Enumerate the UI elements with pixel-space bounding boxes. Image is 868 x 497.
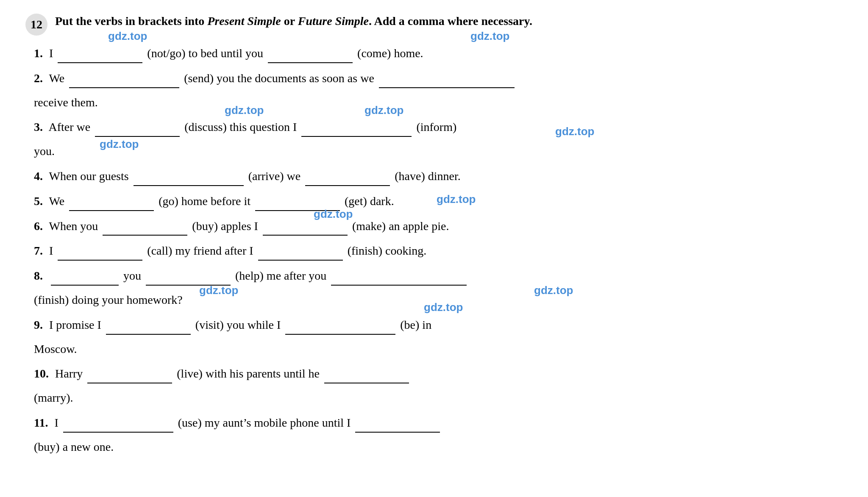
exercise-9-number: 9. [34, 318, 43, 331]
exercise-3: 3. After we (discuss) this question I (i… [34, 117, 843, 137]
exercise-11-blank-1[interactable] [63, 413, 173, 433]
exercise-10-continuation: (marry). [34, 389, 843, 408]
exercise-7-blank-1[interactable] [58, 241, 142, 261]
watermark-3: gdz.top [225, 104, 264, 117]
exercise-3-number: 3. [34, 120, 43, 133]
exercise-8-blank-1[interactable] [51, 266, 119, 286]
instruction-text-3: . Add a comma where necessary. [369, 14, 532, 28]
watermark-5: gdz.top [555, 125, 594, 138]
exercise-2-text-b: (send) you the documents as soon as we [184, 72, 374, 85]
exercise-4-blank-1[interactable] [134, 166, 244, 186]
exercise-1-text-b: (not/go) to bed until you [147, 47, 263, 60]
exercise-8-text-a: you [123, 269, 141, 282]
exercise-4-blank-2[interactable] [305, 166, 390, 186]
watermark-6: gdz.top [100, 138, 139, 151]
exercise-3-continuation: you. [34, 142, 843, 161]
exercise-10: 10. Harry (live) with his parents until … [34, 364, 843, 383]
exercise-5-text-a: We [49, 194, 65, 208]
watermark-10: gdz.top [534, 284, 573, 297]
exercise-6-number: 6. [34, 219, 43, 233]
exercise-8-blank-2[interactable] [146, 266, 231, 286]
instruction-italic-1: Present Simple [207, 14, 281, 28]
exercise-8-number: 8. [34, 269, 43, 282]
exercise-8-text-b: (help) me after you [235, 269, 326, 282]
exercise-7-text-b: (call) my friend after I [147, 244, 253, 257]
exercise-3-text-b: (discuss) this question I [184, 120, 297, 133]
task-number: 12 [25, 14, 47, 36]
exercise-3-blank-2[interactable] [301, 117, 412, 137]
exercise-2-text-a: We [49, 72, 65, 85]
exercise-1-text-c: (come) home. [357, 47, 423, 60]
exercise-11-blank-2[interactable] [355, 413, 440, 433]
exercise-6: 6. When you (buy) apples I (make) an app… [34, 216, 843, 236]
exercise-1-blank-1[interactable] [58, 43, 142, 63]
exercise-1-blank-2[interactable] [268, 43, 353, 63]
watermark-2: gdz.top [470, 30, 509, 43]
exercise-7-blank-2[interactable] [258, 241, 343, 261]
exercise-3-text-a: After we [48, 120, 90, 133]
exercise-5-text-c: (get) dark. [345, 194, 394, 208]
exercise-1-text-a: I [49, 47, 53, 60]
watermark-8: gdz.top [314, 208, 353, 221]
exercise-10-blank-2[interactable] [324, 364, 409, 383]
exercise-10-number: 10. [34, 367, 49, 380]
watermark-7: gdz.top [437, 193, 476, 206]
exercise-10-text-a: Harry [55, 367, 83, 380]
watermark-4: gdz.top [364, 104, 403, 117]
exercise-4-text-b: (arrive) we [248, 169, 301, 183]
exercise-9-text-a: I promise I [49, 318, 101, 331]
exercise-8: 8. you (help) me after you [34, 266, 843, 286]
watermark-1: gdz.top [108, 30, 147, 43]
watermark-9: gdz.top [199, 284, 238, 297]
exercise-9: 9. I promise I (visit) you while I (be) … [34, 315, 843, 335]
exercise-5-text-b: (go) home before it [159, 194, 250, 208]
exercise-4: 4. When our guests (arrive) we (have) di… [34, 166, 843, 186]
exercise-2-blank-1[interactable] [69, 68, 179, 88]
exercise-7-number: 7. [34, 244, 43, 257]
exercise-5-number: 5. [34, 194, 43, 208]
exercise-6-text-b: (buy) apples I [192, 219, 258, 233]
exercise-9-blank-2[interactable] [285, 315, 395, 335]
exercise-6-text-c: (make) an apple pie. [352, 219, 449, 233]
exercise-1: 1. I (not/go) to bed until you (come) ho… [34, 43, 843, 63]
exercise-9-continuation: Moscow. [34, 340, 843, 359]
exercise-3-blank-1[interactable] [95, 117, 180, 137]
task-header: 12 Put the verbs in brackets into Presen… [25, 13, 843, 36]
exercise-2: 2. We (send) you the documents as soon a… [34, 68, 843, 88]
exercise-1-number: 1. [34, 47, 43, 60]
exercise-7-text-a: I [49, 244, 53, 257]
exercise-2-continuation: receive them. [34, 93, 843, 112]
exercise-8-blank-3[interactable] [331, 266, 467, 286]
exercise-4-text-a: When our guests [49, 169, 129, 183]
exercise-4-number: 4. [34, 169, 43, 183]
exercise-7-text-c: (finish) cooking. [348, 244, 427, 257]
exercise-11: 11. I (use) my aunt’s mobile phone until… [34, 413, 843, 433]
exercise-4-text-c: (have) dinner. [395, 169, 461, 183]
watermark-11: gdz.top [424, 301, 463, 314]
instruction-text-1: Put the verbs in brackets into [55, 14, 207, 28]
exercise-10-text-b: (live) with his parents until he [177, 367, 320, 380]
exercise-11-text-b: (use) my aunt’s mobile phone until I [178, 416, 351, 429]
exercise-11-number: 11. [34, 416, 48, 429]
exercise-9-text-b: (visit) you while I [195, 318, 281, 331]
exercises-container: 1. I (not/go) to bed until you (come) ho… [34, 43, 843, 457]
instruction-text-2: or [281, 14, 298, 28]
exercise-3-text-c: (inform) [416, 120, 456, 133]
exercise-5-blank-1[interactable] [69, 191, 154, 211]
exercise-6-text-a: When you [49, 219, 98, 233]
exercise-2-number: 2. [34, 72, 43, 85]
exercise-9-blank-1[interactable] [106, 315, 191, 335]
exercise-9-text-c: (be) in [400, 318, 431, 331]
exercise-11-continuation: (buy) a new one. [34, 438, 843, 457]
exercise-10-blank-1[interactable] [87, 364, 172, 383]
task-instruction: Put the verbs in brackets into Present S… [55, 13, 843, 29]
exercise-7: 7. I (call) my friend after I (finish) c… [34, 241, 843, 261]
exercise-6-blank-1[interactable] [103, 216, 187, 236]
instruction-italic-2: Future Simple [298, 14, 369, 28]
page-container: gdz.top gdz.top gdz.top gdz.top gdz.top … [25, 13, 843, 457]
exercise-2-blank-2[interactable] [379, 68, 515, 88]
exercise-11-text-a: I [54, 416, 58, 429]
